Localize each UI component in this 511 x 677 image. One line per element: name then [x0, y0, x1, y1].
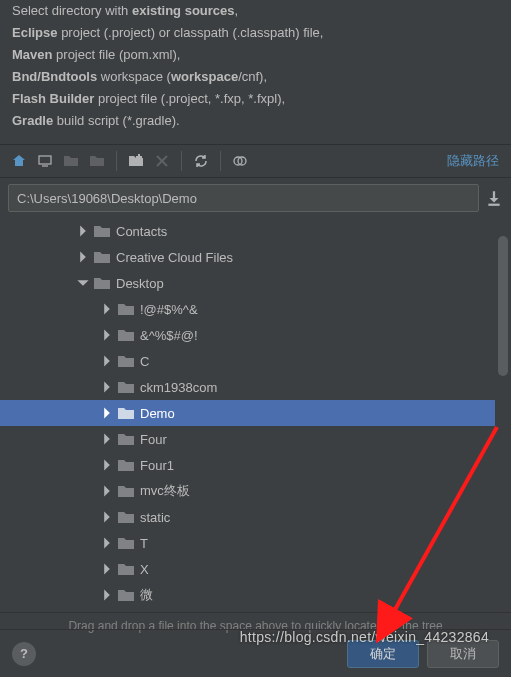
- chevron-right-icon[interactable]: [76, 250, 90, 264]
- path-row: [0, 178, 511, 218]
- delete-icon[interactable]: [151, 150, 173, 172]
- desc-bold: Eclipse: [12, 25, 58, 40]
- desc-bold: Flash Builder: [12, 91, 94, 106]
- folder-icon: [118, 406, 134, 420]
- file-tree[interactable]: ContactsCreative Cloud FilesDesktop!@#$%…: [0, 218, 495, 612]
- chevron-right-icon[interactable]: [76, 224, 90, 238]
- tree-scrollbar[interactable]: [495, 218, 511, 612]
- chevron-right-icon[interactable]: [100, 354, 114, 368]
- chevron-right-icon[interactable]: [100, 380, 114, 394]
- chevron-right-icon[interactable]: [100, 536, 114, 550]
- desc-text: project (.project) or classpath (.classp…: [58, 25, 324, 40]
- toolbar-separator: [181, 151, 182, 171]
- tree-row-label: !@#$%^&: [140, 302, 198, 317]
- chevron-down-icon[interactable]: [76, 276, 90, 290]
- desc-text: project file (.project, *.fxp, *.fxpl),: [94, 91, 285, 106]
- tree-row[interactable]: 微: [0, 582, 495, 608]
- tree-row-label: Creative Cloud Files: [116, 250, 233, 265]
- folder-icon: [94, 224, 110, 238]
- folder-icon: [118, 484, 134, 498]
- tree-row[interactable]: !@#$%^&: [0, 296, 495, 322]
- folder-icon: [94, 276, 110, 290]
- tree-row-label: Contacts: [116, 224, 167, 239]
- folder-icon: [118, 588, 134, 602]
- chevron-right-icon[interactable]: [100, 484, 114, 498]
- tree-row-label: Demo: [140, 406, 175, 421]
- folder-icon: [118, 432, 134, 446]
- folder-icon: [94, 250, 110, 264]
- tree-row[interactable]: &^%$#@!: [0, 322, 495, 348]
- tree-row[interactable]: T: [0, 530, 495, 556]
- toolbar: 隐藏路径: [0, 144, 511, 178]
- tree-row[interactable]: Contacts: [0, 218, 495, 244]
- desc-bold: Bnd/Bndtools: [12, 69, 97, 84]
- tree-row-label: X: [140, 562, 149, 577]
- folder-icon: [118, 328, 134, 342]
- desc-text: project file (pom.xml),: [52, 47, 180, 62]
- tree-row[interactable]: Four1: [0, 452, 495, 478]
- path-input[interactable]: [8, 184, 479, 212]
- tree-row[interactable]: X: [0, 556, 495, 582]
- chevron-right-icon[interactable]: [100, 510, 114, 524]
- help-button[interactable]: ?: [12, 642, 36, 666]
- description-text: Select directory with existing sources, …: [0, 0, 511, 144]
- chevron-right-icon[interactable]: [100, 406, 114, 420]
- chevron-right-icon[interactable]: [100, 432, 114, 446]
- module-folder-icon[interactable]: [86, 150, 108, 172]
- desc-bold: Maven: [12, 47, 52, 62]
- tree-row[interactable]: Creative Cloud Files: [0, 244, 495, 270]
- folder-icon: [118, 562, 134, 576]
- tree-row-label: Four: [140, 432, 167, 447]
- folder-icon: [118, 302, 134, 316]
- tree-row[interactable]: Four: [0, 426, 495, 452]
- chevron-right-icon[interactable]: [100, 562, 114, 576]
- chevron-right-icon[interactable]: [100, 328, 114, 342]
- chevron-right-icon[interactable]: [100, 588, 114, 602]
- tree-row[interactable]: C: [0, 348, 495, 374]
- folder-icon: [118, 536, 134, 550]
- desc-text: workspace (: [97, 69, 171, 84]
- desktop-icon[interactable]: [34, 150, 56, 172]
- tree-row[interactable]: static: [0, 504, 495, 530]
- refresh-icon[interactable]: [190, 150, 212, 172]
- folder-icon: [118, 354, 134, 368]
- tree-row-label: T: [140, 536, 148, 551]
- chevron-right-icon[interactable]: [100, 302, 114, 316]
- folder-icon: [118, 510, 134, 524]
- file-tree-container: ContactsCreative Cloud FilesDesktop!@#$%…: [0, 218, 511, 612]
- tree-row[interactable]: Desktop: [0, 270, 495, 296]
- tree-row-label: Four1: [140, 458, 174, 473]
- history-dropdown-icon[interactable]: [485, 189, 503, 207]
- show-hidden-icon[interactable]: [229, 150, 251, 172]
- tree-row-label: ckm1938com: [140, 380, 217, 395]
- tree-row[interactable]: Demo: [0, 400, 495, 426]
- new-folder-icon[interactable]: [125, 150, 147, 172]
- folder-icon: [118, 380, 134, 394]
- desc-text: /cnf),: [238, 69, 267, 84]
- chevron-right-icon[interactable]: [100, 458, 114, 472]
- desc-text: ,: [235, 3, 239, 18]
- home-icon[interactable]: [8, 150, 30, 172]
- tree-row-label: static: [140, 510, 170, 525]
- tree-row[interactable]: 搜索引擎需求20190712: [0, 608, 495, 612]
- tree-row-label: Desktop: [116, 276, 164, 291]
- desc-text: build script (*.gradle).: [53, 113, 179, 128]
- tree-row-label: 微: [140, 586, 153, 604]
- desc-text: Select directory with: [12, 3, 132, 18]
- svg-rect-3: [136, 156, 142, 158]
- desc-bold: existing sources: [132, 3, 235, 18]
- hide-path-link[interactable]: 隐藏路径: [447, 152, 503, 170]
- svg-rect-0: [39, 156, 51, 164]
- tree-row[interactable]: ckm1938com: [0, 374, 495, 400]
- project-folder-icon[interactable]: [60, 150, 82, 172]
- desc-bold: workspace: [171, 69, 238, 84]
- desc-bold: Gradle: [12, 113, 53, 128]
- ok-button[interactable]: 确定: [347, 640, 419, 668]
- tree-row-label: &^%$#@!: [140, 328, 198, 343]
- dialog-footer: ? 确定 取消: [0, 629, 511, 677]
- tree-row[interactable]: mvc终板: [0, 478, 495, 504]
- toolbar-separator: [220, 151, 221, 171]
- toolbar-separator: [116, 151, 117, 171]
- tree-row-label: C: [140, 354, 149, 369]
- cancel-button[interactable]: 取消: [427, 640, 499, 668]
